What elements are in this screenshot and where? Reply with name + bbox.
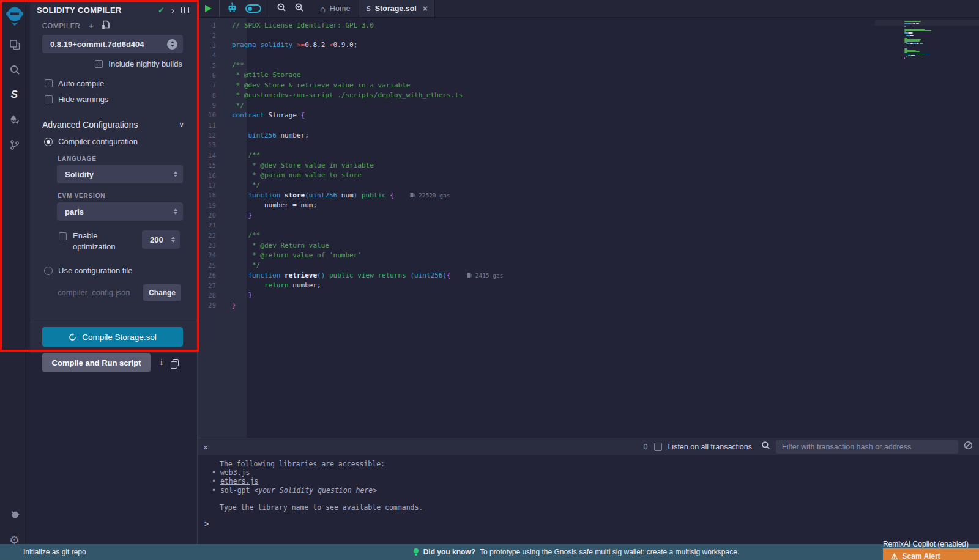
evm-version-label: EVM VERSION <box>58 193 197 199</box>
compile-button[interactable]: Compile Storage.sol <box>42 327 183 347</box>
code-line[interactable]: 3pragma solidity >=0.8.2 <0.9.0; <box>198 40 979 50</box>
code-line[interactable]: 14 /** <box>198 150 979 160</box>
code-line[interactable]: 9 */ <box>198 100 979 110</box>
include-nightly-checkbox[interactable] <box>95 60 103 68</box>
tip-title: Did you know? <box>423 548 475 556</box>
deploy-and-run-icon[interactable] <box>0 107 29 132</box>
ai-copilot-robot-icon[interactable] <box>227 2 237 15</box>
code-line[interactable]: 5/** <box>198 60 979 70</box>
line-number: 6 <box>198 72 231 79</box>
optimization-runs-input[interactable]: 200 <box>142 230 180 249</box>
code-line[interactable]: 19 number = num; <box>198 200 979 210</box>
tab-storage-sol[interactable]: S Storage.sol × <box>359 0 435 17</box>
line-number: 23 <box>198 241 231 249</box>
code-line[interactable]: 21 <box>198 220 979 230</box>
code-line[interactable]: 17 */ <box>198 180 979 190</box>
tab-home[interactable]: ⌂ Home <box>311 0 359 17</box>
code-line[interactable]: 11 <box>198 120 979 130</box>
code-line[interactable]: 25 */ <box>198 260 979 270</box>
tab-storage-label: Storage.sol <box>375 4 417 13</box>
compiler-configuration-radio-row[interactable]: Compiler configuration <box>44 137 197 146</box>
close-tab-icon[interactable]: × <box>423 4 428 13</box>
use-configuration-file-radio-row[interactable]: Use configuration file <box>44 266 197 275</box>
add-compiler-icon[interactable]: + <box>88 22 94 29</box>
listen-transactions-checkbox[interactable] <box>654 443 662 451</box>
zoom-in-icon[interactable] <box>294 2 304 15</box>
code-line[interactable]: 29} <box>198 300 979 310</box>
evm-version-select[interactable]: paris <box>57 202 183 221</box>
code-line[interactable]: 1// SPDX-License-Identifier: GPL-3.0 <box>198 20 979 30</box>
config-file-name: compiler_config.json <box>58 288 130 297</box>
enable-optimization-checkbox[interactable] <box>59 232 67 240</box>
include-nightly-checkbox-row[interactable]: Include nightly builds <box>30 59 182 68</box>
code-line[interactable]: 15 * @dev Store value in variable <box>198 160 979 170</box>
terminal-search-icon[interactable] <box>761 441 770 452</box>
terminal-prompt[interactable]: > <box>204 520 209 528</box>
line-number: 11 <box>198 122 231 129</box>
code-line[interactable]: 10contract Storage { <box>198 110 979 120</box>
compiler-version-select[interactable]: 0.8.19+commit.7dd6d404 <box>42 35 183 53</box>
split-view-icon[interactable] <box>181 7 189 13</box>
code-line[interactable]: 18 function store(uint256 num) public {2… <box>198 190 979 200</box>
file-explorer-icon[interactable] <box>0 32 29 57</box>
code-editor[interactable]: 1// SPDX-License-Identifier: GPL-3.023pr… <box>198 18 979 438</box>
advanced-configurations-header[interactable]: Advanced Configurations ∨ <box>42 120 184 130</box>
info-icon[interactable]: i <box>160 358 163 367</box>
use-configuration-file-label: Use configuration file <box>58 266 132 275</box>
git-init-status[interactable]: Initialize as git repo <box>0 548 269 556</box>
terminal-output[interactable]: The following libraries are accessible: … <box>198 455 979 544</box>
hide-warnings-checkbox-row[interactable]: Hide warnings <box>45 95 197 104</box>
solidity-compiler-icon[interactable]: S <box>0 82 29 107</box>
code-line[interactable]: 16 * @param num value to store <box>198 170 979 180</box>
code-line[interactable]: 13 <box>198 140 979 150</box>
bullet: • <box>212 477 216 485</box>
code-line[interactable]: 26 function retrieve() public view retur… <box>198 270 979 280</box>
code-line[interactable]: 20 } <box>198 210 979 220</box>
plugin-manager-icon[interactable] <box>0 503 29 528</box>
auto-compile-checkbox-row[interactable]: Auto compile <box>45 79 197 88</box>
code-line[interactable]: 23 * @dev Return value <box>198 240 979 250</box>
run-script-icon[interactable] <box>205 5 212 12</box>
web3-link[interactable]: web3.js <box>220 468 250 477</box>
auto-compile-label: Auto compile <box>58 79 104 88</box>
code-line[interactable]: 28 } <box>198 290 979 300</box>
hide-warnings-checkbox[interactable] <box>45 95 53 103</box>
auto-compile-checkbox[interactable] <box>45 79 53 87</box>
code-line[interactable]: 4 <box>198 50 979 60</box>
code-line[interactable]: 24 * @return value of 'number' <box>198 250 979 260</box>
minimap[interactable] <box>904 21 939 59</box>
open-file-icon[interactable] <box>102 20 110 31</box>
code-line[interactable]: 7 * @dev Store & retrieve value in a var… <box>198 80 979 90</box>
line-number: 27 <box>198 282 231 289</box>
zoom-out-icon[interactable] <box>277 2 286 15</box>
use-configuration-file-radio[interactable] <box>44 267 53 275</box>
transaction-filter-input[interactable] <box>776 440 958 454</box>
language-label: LANGUAGE <box>58 155 197 162</box>
remix-logo[interactable] <box>0 0 29 32</box>
solidity-compiler-panel: SOLIDITY COMPILER ✓ › COMPILER + 0.8.19+… <box>30 0 197 353</box>
chevron-right-icon[interactable]: › <box>171 7 174 13</box>
code-line[interactable]: 8 * @custom:dev-run-script ./scripts/dep… <box>198 90 979 100</box>
git-icon[interactable] <box>0 132 29 157</box>
did-you-know-tip: Did you know? To prototype using the Gno… <box>269 548 883 556</box>
terminal-line: The following libraries are accessible: <box>212 460 979 468</box>
ethers-link[interactable]: ethers.js <box>220 477 258 485</box>
search-icon[interactable] <box>0 57 29 82</box>
code-line[interactable]: 6 * @title Storage <box>198 70 979 80</box>
compile-and-run-button[interactable]: Compile and Run script <box>42 353 151 372</box>
compiler-configuration-radio[interactable] <box>44 138 53 146</box>
code-line[interactable]: 27 return number; <box>198 280 979 290</box>
code-line[interactable]: 2 <box>198 30 979 40</box>
copilot-status[interactable]: RemixAI Copilot (enabled) <box>883 540 969 548</box>
clear-terminal-icon[interactable] <box>964 441 973 452</box>
code-line[interactable]: 22 /** <box>198 230 979 240</box>
expand-terminal-icon[interactable]: » <box>201 445 211 449</box>
gas-pump-icon <box>410 192 415 198</box>
change-config-button[interactable]: Change <box>143 284 181 301</box>
copy-icon[interactable] <box>173 359 179 366</box>
language-select[interactable]: Solidity <box>57 165 183 183</box>
ai-copilot-toggle[interactable] <box>245 4 261 13</box>
evm-version-value: paris <box>65 207 174 216</box>
scam-alert-badge[interactable]: ⚠ Scam Alert <box>883 548 979 560</box>
code-line[interactable]: 12 uint256 number; <box>198 130 979 140</box>
